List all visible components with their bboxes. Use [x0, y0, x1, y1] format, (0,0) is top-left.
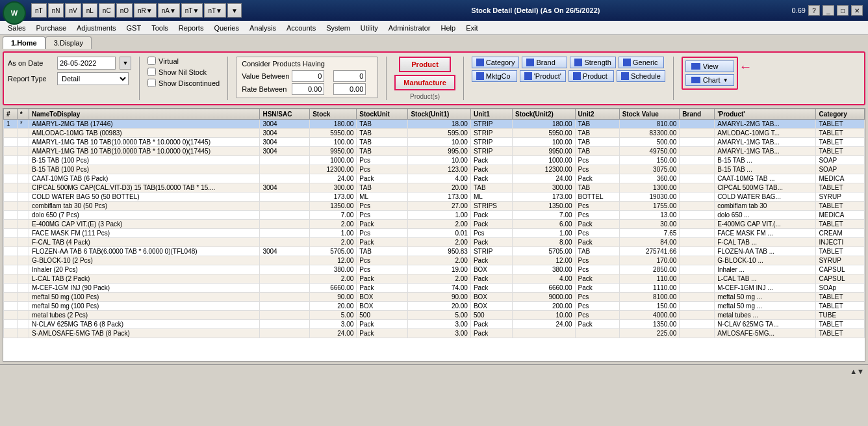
cell-sv: 30.00	[619, 220, 680, 229]
tab-home[interactable]: 1.Home	[3, 36, 45, 49]
cell-stock: 1.00	[310, 229, 357, 238]
toolbar-btn-7[interactable]: nR▼	[134, 3, 157, 18]
table-row[interactable]: AMLODAC-10MG TAB (00983) 3004 5950.00 TA…	[4, 129, 865, 138]
maximize-btn[interactable]: □	[837, 5, 849, 16]
menu-analysis[interactable]: Analysis	[244, 23, 281, 33]
col-su1: Stock(Unit1)	[408, 109, 471, 120]
table-row[interactable]: AMARYL-1MG TAB 10 TAB(10.0000 TAB * 10.0…	[4, 147, 865, 156]
table-row[interactable]: B-15 TAB (100 Pcs) 1000.00 Pcs 10.00 Pac…	[4, 156, 865, 165]
brand-btn[interactable]: Brand	[522, 57, 567, 68]
menu-exit[interactable]: Exit	[461, 23, 483, 33]
cell-unit: Pack	[357, 274, 408, 284]
generic-icon	[623, 59, 631, 66]
table-row[interactable]: Inhaler (20 Pcs) 380.00 Pcs 19.00 BOX 38…	[4, 265, 865, 274]
product-quote-icon	[524, 72, 532, 80]
toolbar-btn-3[interactable]: nV	[65, 3, 81, 18]
table-row[interactable]: M-CEF-1GM INJ (90 Pack) 6660.00 Pack 74.…	[4, 284, 865, 293]
table-row[interactable]: B-15 TAB (100 Pcs) 12300.00 Pcs 123.00 P…	[4, 165, 865, 174]
value-from-input[interactable]	[292, 70, 324, 82]
menu-gst[interactable]: GST	[121, 23, 147, 33]
help-btn[interactable]: ?	[808, 5, 820, 16]
product-quote-btn[interactable]: 'Product'	[520, 70, 566, 82]
table-row[interactable]: COLD WATER BAG 50 (50 BOTTEL) 173.00 ML …	[4, 193, 865, 202]
menu-accounts[interactable]: Accounts	[281, 23, 321, 33]
strength-btn[interactable]: Strength	[570, 57, 616, 68]
category-btn[interactable]: Category	[472, 57, 520, 68]
cell-su1: 20.00	[408, 302, 471, 311]
table-row[interactable]: combiflam tab 30 (50 Pcs) 1350.00 Pcs 27…	[4, 202, 865, 211]
product-btn[interactable]: Product	[399, 57, 451, 72]
toolbar-btn-11[interactable]: ▼	[227, 3, 242, 18]
rate-to-input[interactable]	[333, 83, 366, 95]
table-row[interactable]: AMARYL-1MG TAB 10 TAB(10.0000 TAB * 10.0…	[4, 138, 865, 147]
table-row[interactable]: meftal 50 mg (100 Pcs) 90.00 BOX 90.00 B…	[4, 293, 865, 302]
table-row[interactable]: metal tubes (2 Pcs) 5.00 500 5.00 500 10…	[4, 311, 865, 320]
toolbar-btn-8[interactable]: nA▼	[158, 3, 180, 18]
col-brand: Brand	[680, 109, 715, 120]
table-row[interactable]: CAAT-10MG TAB (6 Pack) 24.00 Pack 4.00 P…	[4, 174, 865, 183]
table-row[interactable]: FACE MASK FM (111 Pcs) 1.00 Pcs 0.01 Pcs…	[4, 229, 865, 238]
table-row[interactable]: dolo 650 (7 Pcs) 7.00 Pcs 1.00 Pack 7.00…	[4, 211, 865, 220]
table-row[interactable]: CIPCAL 500MG CAP(CAL.VIT-D3) 15 TAB(15.0…	[4, 183, 865, 193]
cell-stock: 6660.00	[310, 284, 357, 293]
cell-u2: TAB	[575, 120, 619, 129]
menu-reports[interactable]: Reports	[173, 23, 209, 33]
cell-star	[17, 220, 29, 229]
table-row[interactable]: S-AMLOSAFE-5MG TAB (8 Pack) 24.00 Pack 3…	[4, 329, 865, 338]
manufacture-btn[interactable]: Manufacture	[394, 75, 455, 90]
toolbar-btn-10[interactable]: nT▼	[204, 3, 226, 18]
tab-display[interactable]: 3.Display	[45, 36, 92, 49]
show-discontinued-checkbox[interactable]	[147, 79, 156, 87]
cell-unit: Pack	[357, 220, 408, 229]
virtual-checkbox[interactable]	[147, 57, 156, 65]
cell-name: FLOZEN-AA TAB 6 TAB(6.0000 TAB * 6.0000 …	[29, 247, 260, 256]
table-row[interactable]: G-BLOCK-10 (2 Pcs) 12.00 Pcs 2.00 Pack 1…	[4, 256, 865, 265]
cell-su2: 380.00	[513, 265, 576, 274]
cell-product: G-BLOCK-10 ...	[715, 256, 816, 265]
chart-btn[interactable]: Chart ▼	[685, 74, 734, 86]
generic-btn[interactable]: Generic	[619, 57, 664, 68]
menu-system[interactable]: System	[321, 23, 355, 33]
rate-from-input[interactable]	[292, 83, 324, 95]
data-table-container[interactable]: # * NameToDisplay HSN/SAC Stock StockUni…	[3, 108, 865, 362]
menu-administrator[interactable]: Administrator	[383, 23, 436, 33]
table-row[interactable]: N-CLAV 625MG TAB 6 (8 Pack) 3.00 Pack 3.…	[4, 320, 865, 329]
table-row[interactable]: L-CAL TAB (2 Pack) 2.00 Pack 2.00 Pack 4…	[4, 274, 865, 284]
menu-queries[interactable]: Queries	[209, 23, 244, 33]
view-btn[interactable]: View	[685, 60, 734, 72]
table-row[interactable]: E-400MG CAP VIT.(E) (3 Pack) 2.00 Pack 2…	[4, 220, 865, 229]
toolbar-btn-5[interactable]: nC	[99, 3, 115, 18]
as-on-date-input[interactable]	[57, 57, 116, 70]
cell-unit: Pack	[357, 329, 408, 338]
table-row[interactable]: F-CAL TAB (4 Pack) 2.00 Pack 2.00 Pack 8…	[4, 238, 865, 247]
toolbar-btn-9[interactable]: nT▼	[181, 3, 203, 18]
cell-brand	[680, 320, 715, 329]
cell-unit: Pack	[357, 320, 408, 329]
toolbar-btn-1[interactable]: nT	[31, 3, 47, 18]
product2-btn[interactable]: Product	[568, 70, 614, 82]
toolbar-btn-2[interactable]: nN	[48, 3, 64, 18]
close-btn[interactable]: ✕	[851, 5, 863, 16]
minimize-btn[interactable]: _	[823, 5, 834, 16]
cell-category: CAPSUL	[816, 274, 865, 284]
cell-num	[4, 229, 18, 238]
menu-purchase[interactable]: Purchase	[31, 23, 71, 33]
date-picker-btn[interactable]: ▼	[120, 57, 131, 70]
show-nil-checkbox[interactable]	[147, 68, 156, 76]
cell-stock: 20.00	[310, 302, 357, 311]
cell-num	[4, 247, 18, 256]
menu-utility[interactable]: Utility	[355, 23, 383, 33]
title-controls: 0.69 ? _ □ ✕	[787, 0, 868, 21]
menu-adjustments[interactable]: Adjustments	[71, 23, 121, 33]
menu-help[interactable]: Help	[436, 23, 461, 33]
report-type-select[interactable]: Detail Summary	[57, 72, 129, 85]
value-to-input[interactable]	[333, 70, 366, 82]
toolbar-btn-6[interactable]: nO	[116, 3, 133, 18]
toolbar-btn-4[interactable]: nL	[83, 3, 97, 18]
menu-tools[interactable]: Tools	[146, 23, 173, 33]
schedule-btn[interactable]: Schedule	[617, 70, 665, 82]
table-row[interactable]: meftal 50 mg (100 Pcs) 20.00 BOX 20.00 B…	[4, 302, 865, 311]
table-row[interactable]: 1 * AMARYL-2MG TAB (17446) 3004 180.00 T…	[4, 120, 865, 129]
mktgco-btn[interactable]: MktgCo	[472, 70, 517, 82]
table-row[interactable]: FLOZEN-AA TAB 6 TAB(6.0000 TAB * 6.0000 …	[4, 247, 865, 256]
